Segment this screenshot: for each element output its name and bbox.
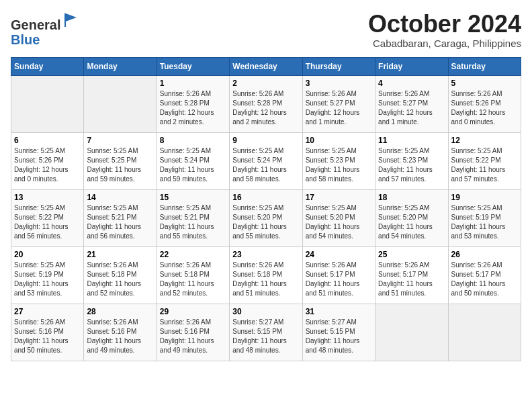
day-number: 29	[160, 307, 226, 316]
day-info: Sunrise: 5:25 AM Sunset: 5:19 PM Dayligh…	[451, 203, 518, 241]
day-info: Sunrise: 5:26 AM Sunset: 5:27 PM Dayligh…	[378, 89, 445, 127]
day-number: 31	[306, 307, 372, 316]
day-info: Sunrise: 5:25 AM Sunset: 5:22 PM Dayligh…	[451, 146, 518, 184]
location: Cabadbaran, Caraga, Philippines	[368, 38, 521, 49]
day-number: 16	[232, 193, 299, 202]
calendar-cell: 24Sunrise: 5:26 AM Sunset: 5:17 PM Dayli…	[302, 246, 375, 304]
calendar-cell: 17Sunrise: 5:25 AM Sunset: 5:20 PM Dayli…	[302, 189, 375, 246]
day-number: 8	[160, 136, 226, 145]
day-number: 4	[378, 79, 445, 88]
calendar-cell: 10Sunrise: 5:25 AM Sunset: 5:23 PM Dayli…	[302, 132, 375, 189]
day-info: Sunrise: 5:26 AM Sunset: 5:16 PM Dayligh…	[87, 318, 153, 355]
logo: General Blue	[11, 11, 81, 47]
day-info: Sunrise: 5:26 AM Sunset: 5:16 PM Dayligh…	[160, 318, 226, 355]
calendar-cell: 13Sunrise: 5:25 AM Sunset: 5:22 PM Dayli…	[11, 189, 84, 246]
day-number: 25	[378, 250, 445, 259]
day-info: Sunrise: 5:25 AM Sunset: 5:24 PM Dayligh…	[232, 146, 299, 184]
day-number: 17	[306, 193, 372, 202]
calendar-cell	[375, 304, 448, 361]
day-info: Sunrise: 5:25 AM Sunset: 5:22 PM Dayligh…	[14, 203, 81, 241]
calendar-cell: 14Sunrise: 5:25 AM Sunset: 5:21 PM Dayli…	[84, 189, 157, 246]
day-info: Sunrise: 5:26 AM Sunset: 5:18 PM Dayligh…	[232, 261, 299, 298]
calendar-cell: 12Sunrise: 5:25 AM Sunset: 5:22 PM Dayli…	[448, 132, 521, 189]
calendar-cell: 30Sunrise: 5:27 AM Sunset: 5:15 PM Dayli…	[230, 304, 302, 361]
calendar-cell: 28Sunrise: 5:26 AM Sunset: 5:16 PM Dayli…	[84, 304, 157, 361]
day-number: 19	[451, 193, 518, 202]
day-number: 6	[14, 136, 81, 145]
day-number: 3	[306, 79, 372, 88]
weekday-header-sunday: Sunday	[11, 57, 84, 75]
calendar-cell: 19Sunrise: 5:25 AM Sunset: 5:19 PM Dayli…	[448, 189, 521, 246]
day-info: Sunrise: 5:26 AM Sunset: 5:18 PM Dayligh…	[87, 261, 153, 298]
day-number: 27	[14, 307, 81, 316]
calendar-cell: 29Sunrise: 5:26 AM Sunset: 5:16 PM Dayli…	[157, 304, 229, 361]
logo-general-text: General	[11, 17, 60, 32]
calendar-week-row: 6Sunrise: 5:25 AM Sunset: 5:26 PM Daylig…	[11, 132, 521, 189]
calendar-cell: 15Sunrise: 5:25 AM Sunset: 5:21 PM Dayli…	[157, 189, 229, 246]
day-number: 30	[232, 307, 299, 316]
day-info: Sunrise: 5:26 AM Sunset: 5:17 PM Dayligh…	[378, 261, 445, 298]
day-number: 1	[160, 79, 226, 88]
day-info: Sunrise: 5:25 AM Sunset: 5:23 PM Dayligh…	[306, 146, 372, 184]
calendar-cell: 20Sunrise: 5:25 AM Sunset: 5:19 PM Dayli…	[11, 246, 84, 304]
day-info: Sunrise: 5:26 AM Sunset: 5:18 PM Dayligh…	[160, 261, 226, 298]
day-number: 26	[451, 250, 518, 259]
day-info: Sunrise: 5:26 AM Sunset: 5:17 PM Dayligh…	[306, 261, 372, 298]
day-info: Sunrise: 5:25 AM Sunset: 5:21 PM Dayligh…	[160, 203, 226, 241]
day-number: 13	[14, 193, 81, 202]
calendar-cell: 9Sunrise: 5:25 AM Sunset: 5:24 PM Daylig…	[230, 132, 302, 189]
weekday-header-tuesday: Tuesday	[157, 57, 229, 75]
day-number: 14	[87, 193, 153, 202]
day-number: 18	[378, 193, 445, 202]
calendar-cell: 2Sunrise: 5:26 AM Sunset: 5:28 PM Daylig…	[230, 75, 302, 132]
day-number: 12	[451, 136, 518, 145]
day-info: Sunrise: 5:25 AM Sunset: 5:24 PM Dayligh…	[160, 146, 226, 184]
day-info: Sunrise: 5:25 AM Sunset: 5:23 PM Dayligh…	[378, 146, 445, 184]
day-info: Sunrise: 5:27 AM Sunset: 5:15 PM Dayligh…	[306, 318, 372, 355]
calendar-cell: 22Sunrise: 5:26 AM Sunset: 5:18 PM Dayli…	[157, 246, 229, 304]
weekday-header-thursday: Thursday	[302, 57, 375, 75]
calendar-cell	[11, 75, 84, 132]
month-title: October 2024	[368, 11, 521, 38]
title-block: October 2024 Cabadbaran, Caraga, Philipp…	[368, 11, 521, 49]
day-info: Sunrise: 5:26 AM Sunset: 5:16 PM Dayligh…	[14, 318, 81, 355]
day-number: 24	[306, 250, 372, 259]
calendar-cell	[84, 75, 157, 132]
calendar-cell: 5Sunrise: 5:26 AM Sunset: 5:26 PM Daylig…	[448, 75, 521, 132]
day-number: 23	[232, 250, 299, 259]
calendar-cell: 27Sunrise: 5:26 AM Sunset: 5:16 PM Dayli…	[11, 304, 84, 361]
calendar-cell: 7Sunrise: 5:25 AM Sunset: 5:25 PM Daylig…	[84, 132, 157, 189]
calendar-week-row: 20Sunrise: 5:25 AM Sunset: 5:19 PM Dayli…	[11, 246, 521, 304]
calendar-cell: 4Sunrise: 5:26 AM Sunset: 5:27 PM Daylig…	[375, 75, 448, 132]
calendar-table: SundayMondayTuesdayWednesdayThursdayFrid…	[11, 57, 521, 361]
day-info: Sunrise: 5:25 AM Sunset: 5:21 PM Dayligh…	[87, 203, 153, 241]
day-info: Sunrise: 5:25 AM Sunset: 5:26 PM Dayligh…	[14, 146, 81, 184]
day-number: 7	[87, 136, 153, 145]
logo-blue-text: Blue	[11, 32, 40, 47]
calendar-cell: 21Sunrise: 5:26 AM Sunset: 5:18 PM Dayli…	[84, 246, 157, 304]
day-number: 15	[160, 193, 226, 202]
calendar-cell: 8Sunrise: 5:25 AM Sunset: 5:24 PM Daylig…	[157, 132, 229, 189]
weekday-header-wednesday: Wednesday	[230, 57, 302, 75]
calendar-cell	[448, 304, 521, 361]
svg-marker-0	[64, 13, 77, 27]
calendar-cell: 26Sunrise: 5:26 AM Sunset: 5:17 PM Dayli…	[448, 246, 521, 304]
logo-flag-icon	[62, 11, 81, 30]
day-info: Sunrise: 5:26 AM Sunset: 5:17 PM Dayligh…	[451, 261, 518, 298]
weekday-header-friday: Friday	[375, 57, 448, 75]
day-info: Sunrise: 5:26 AM Sunset: 5:26 PM Dayligh…	[451, 89, 518, 127]
day-info: Sunrise: 5:25 AM Sunset: 5:19 PM Dayligh…	[14, 261, 81, 298]
day-info: Sunrise: 5:25 AM Sunset: 5:20 PM Dayligh…	[306, 203, 372, 241]
day-number: 20	[14, 250, 81, 259]
weekday-header-saturday: Saturday	[448, 57, 521, 75]
weekday-header-monday: Monday	[84, 57, 157, 75]
day-number: 28	[87, 307, 153, 316]
calendar-cell: 18Sunrise: 5:25 AM Sunset: 5:20 PM Dayli…	[375, 189, 448, 246]
day-info: Sunrise: 5:26 AM Sunset: 5:28 PM Dayligh…	[160, 89, 226, 127]
calendar-cell: 11Sunrise: 5:25 AM Sunset: 5:23 PM Dayli…	[375, 132, 448, 189]
calendar-cell: 6Sunrise: 5:25 AM Sunset: 5:26 PM Daylig…	[11, 132, 84, 189]
day-info: Sunrise: 5:25 AM Sunset: 5:25 PM Dayligh…	[87, 146, 153, 184]
day-number: 11	[378, 136, 445, 145]
page-header: General Blue October 2024 Cabadbaran, Ca…	[11, 11, 521, 49]
calendar-week-row: 1Sunrise: 5:26 AM Sunset: 5:28 PM Daylig…	[11, 75, 521, 132]
